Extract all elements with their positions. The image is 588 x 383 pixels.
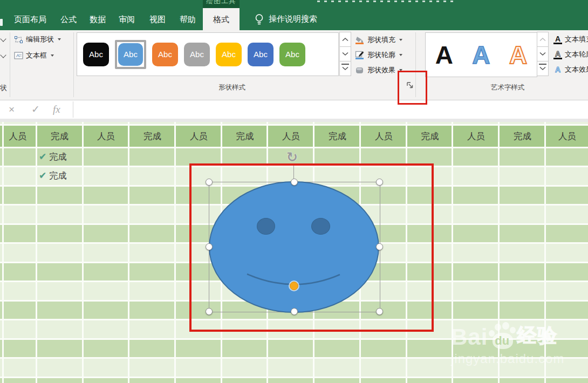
tab-formulas[interactable]: 公式 — [60, 8, 77, 30]
check-icon: ✔ — [39, 167, 46, 184]
lightbulb-icon — [255, 13, 264, 26]
shape-style-selected-frame: Abc — [115, 40, 146, 69]
annotation-highlight-shape — [189, 163, 434, 332]
wordart-style-black[interactable]: A — [435, 40, 453, 70]
text-box-icon: A — [14, 52, 23, 59]
header-cell[interactable]: 完成 — [408, 126, 452, 147]
shape-style-gallery: Abc Abc Abc Abc Abc Abc Abc — [77, 32, 339, 76]
wordart-style-blue[interactable]: A — [472, 40, 490, 70]
shape-style-gallery-scroll — [339, 32, 351, 76]
header-cell[interactable]: 人员 — [176, 126, 221, 147]
contextual-tab-header: 绘图工具 — [203, 0, 240, 8]
header-cell[interactable]: 完成 — [315, 126, 360, 147]
search-label: 操作说明搜索 — [269, 14, 317, 24]
insert-function-button[interactable]: fx — [53, 100, 60, 119]
done-cell[interactable]: ✔ 完成 — [39, 148, 82, 166]
enter-button[interactable]: ✓ — [31, 100, 40, 119]
header-cell[interactable]: 人员 — [84, 126, 128, 147]
shape-effects-label: 形状效果 — [367, 65, 395, 75]
text-fill-icon: A — [553, 35, 562, 44]
ribbon-tab-bar: 页面布局 公式 数据 审阅 视图 帮助 格式 操作说明搜索 — [0, 8, 588, 30]
text-outline-icon: A — [553, 50, 562, 59]
header-cell[interactable]: 完成 — [500, 126, 545, 147]
contextual-tab-label: 绘图工具 — [206, 0, 236, 5]
shape-fill-button[interactable]: 形状填充 — [355, 35, 402, 45]
text-fill-label: 文本填充 — [565, 35, 588, 44]
wordart-style-gallery: A A A — [425, 32, 537, 77]
window-title-clipped — [317, 1, 455, 2]
sheet-top-row-sliver — [0, 122, 588, 126]
shape-style-gray[interactable]: Abc — [184, 43, 210, 66]
text-fill-button[interactable]: A 文本填充 — [553, 35, 588, 44]
tab-review[interactable]: 审阅 — [119, 8, 135, 30]
header-cell[interactable]: 完成 — [130, 126, 175, 147]
header-cell[interactable]: 人员 — [454, 126, 498, 147]
shape-fill-icon — [355, 36, 365, 44]
gallery-more-button[interactable] — [537, 61, 549, 76]
tab-page-layout[interactable]: 页面布局 — [14, 8, 46, 30]
ribbon-format: 状 编辑形状 A 文本框 Abc Abc — [0, 30, 588, 100]
formula-bar: × ✓ fx — [0, 100, 588, 119]
done-label: 完成 — [49, 148, 66, 166]
wordart-group-label: 艺术字样式 — [491, 83, 525, 92]
header-cell[interactable]: 人员 — [361, 126, 406, 147]
header-cell[interactable]: 完成 — [37, 126, 82, 147]
header-cell[interactable]: 完成 — [223, 126, 267, 147]
gallery-down-button[interactable] — [339, 46, 351, 61]
done-cell[interactable]: ✔ 完成 — [39, 167, 82, 184]
header-cell[interactable]: 人员 — [546, 126, 588, 147]
shape-outline-label: 形状轮廓 — [367, 50, 395, 60]
tab-format-active[interactable]: 格式 — [203, 8, 240, 30]
title-bar: 绘图工具 — [0, 0, 588, 8]
group-divider — [73, 32, 74, 97]
gallery-up-button[interactable] — [339, 32, 351, 47]
shape-effects-icon — [355, 66, 365, 74]
edit-shape-button[interactable]: 编辑形状 — [14, 35, 61, 44]
text-effects-button[interactable]: A 文本效果 — [553, 65, 588, 74]
excel-window: 绘图工具 页面布局 公式 数据 审阅 视图 帮助 格式 操作说明搜索 状 — [0, 0, 588, 383]
header-cell[interactable]: 人员 — [269, 126, 313, 147]
svg-text:A: A — [16, 53, 19, 58]
check-icon: ✔ — [39, 148, 46, 166]
text-effects-icon: A — [553, 66, 562, 73]
shape-outline-icon — [355, 51, 365, 59]
chevron-down-icon — [58, 38, 61, 40]
tab-view[interactable]: 视图 — [149, 8, 166, 30]
text-effects-label: 文本效果 — [565, 65, 588, 74]
shape-style-orange[interactable]: Abc — [152, 43, 178, 66]
tab-clipped-fragment — [0, 19, 3, 26]
clipped-gallery-arrow — [0, 36, 6, 42]
shape-style-darkblue[interactable]: Abc — [248, 43, 274, 66]
rotation-handle[interactable]: ↻ — [286, 149, 298, 165]
shape-outline-button[interactable]: 形状轮廓 — [355, 50, 402, 60]
edit-shape-icon — [14, 36, 23, 44]
chevron-down-icon — [399, 39, 402, 41]
tell-me-search[interactable]: 操作说明搜索 — [255, 8, 317, 30]
text-box-label: 文本框 — [26, 51, 47, 60]
tab-help[interactable]: 帮助 — [180, 8, 196, 30]
shape-styles-group-label: 形状样式 — [218, 83, 245, 92]
text-outline-label: 文本轮廓 — [565, 50, 588, 59]
shape-style-yellow[interactable]: Abc — [216, 43, 242, 66]
chevron-down-icon — [399, 54, 402, 56]
shape-style-black[interactable]: Abc — [83, 43, 109, 66]
group-divider — [10, 32, 10, 97]
gallery-up-button[interactable] — [537, 32, 549, 47]
header-cell[interactable]: 人员 — [0, 126, 36, 147]
shape-effects-button[interactable]: 形状效果 — [355, 65, 402, 75]
formula-input[interactable] — [76, 100, 588, 119]
gallery-more-button[interactable] — [339, 61, 351, 76]
shape-fill-label: 形状填充 — [367, 35, 395, 45]
gallery-down-button[interactable] — [537, 46, 549, 61]
chevron-down-icon — [51, 54, 54, 57]
tab-data[interactable]: 数据 — [90, 8, 106, 30]
shape-style-green[interactable]: Abc — [279, 43, 305, 66]
text-box-button[interactable]: A 文本框 — [14, 51, 54, 60]
text-outline-button[interactable]: A 文本轮廓 — [553, 50, 588, 59]
formula-bar-divider — [73, 101, 73, 118]
edit-shape-label: 编辑形状 — [26, 35, 54, 44]
done-label: 完成 — [49, 167, 66, 184]
wordart-style-orange[interactable]: A — [509, 40, 527, 70]
shape-style-blue-selected[interactable]: Abc — [118, 43, 143, 66]
cancel-button[interactable]: × — [9, 100, 15, 119]
